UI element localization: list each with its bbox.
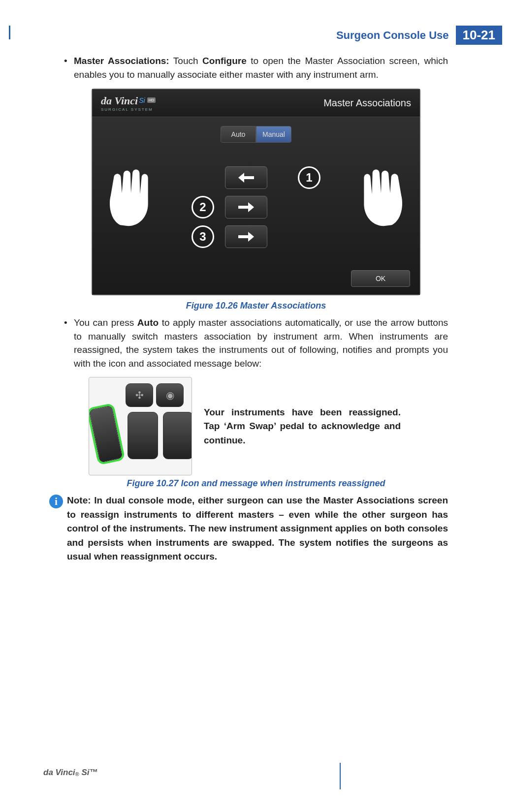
bullet-auto: • You can press Auto to apply master ass… [64, 316, 448, 370]
brand-subtitle: SURGICAL SYSTEM [101, 107, 156, 112]
pedal-camera-icon: ◉ [156, 383, 184, 407]
left-margin-rule [9, 26, 10, 39]
text-mid: Touch [169, 56, 202, 66]
section-title: Surgeon Console Use [336, 29, 449, 42]
arm-number-2: 2 [192, 196, 214, 219]
mode-tabs: Auto Manual [221, 126, 291, 143]
assoc-row-1: 1 [192, 166, 320, 189]
pedal-bottom-right [163, 412, 192, 459]
page-header: Surgeon Console Use 10-21 [336, 26, 502, 45]
arm-number-3: 3 [192, 225, 214, 248]
arrow-right-button[interactable] [225, 196, 267, 219]
tab-auto[interactable]: Auto [221, 126, 256, 143]
figure-reassigned-row: ✣ ◉ Your instruments have been reassigne… [89, 377, 448, 475]
bold-auto: Auto [137, 317, 159, 328]
text-pre: You can press [74, 317, 137, 328]
info-icon: i [49, 495, 63, 508]
right-hand-icon [354, 166, 408, 230]
arrow-left-button[interactable] [225, 166, 267, 189]
note-text: Note: In dual console mode, either surge… [67, 494, 448, 564]
brand-hd-badge: HD [147, 97, 156, 103]
screenshot-topbar: da VinciSiHD SURGICAL SYSTEM Master Asso… [92, 89, 420, 117]
reassigned-message: Your instruments have been reassigned. T… [204, 406, 401, 448]
screenshot-body: Auto Manual 1 2 [92, 117, 420, 295]
brand-logo-text: da Vinci [101, 94, 138, 107]
note-block: i Note: In dual console mode, either sur… [49, 494, 448, 564]
brand-model-si: Si [139, 96, 145, 104]
bullet-text: Master Associations: Touch Configure to … [74, 54, 448, 81]
footer-rule [340, 763, 341, 789]
arm-number-1: 1 [298, 166, 320, 189]
arrow-right-button-2[interactable] [225, 225, 267, 248]
pedal-icon-image: ✣ ◉ [89, 377, 192, 475]
bullet-text: You can press Auto to apply master assoc… [74, 316, 448, 370]
bullet-dot: • [64, 316, 74, 370]
footer-model: Si™ [79, 768, 98, 777]
figure-caption-1: Figure 10.26 Master Associations [64, 301, 448, 311]
bullet-master-associations: • Master Associations: Touch Configure t… [64, 54, 448, 81]
footer-brand-name: da Vinci [43, 768, 75, 777]
footer-registered: ® [75, 771, 79, 777]
figure-master-associations-screenshot: da VinciSiHD SURGICAL SYSTEM Master Asso… [91, 88, 421, 296]
page-content: • Master Associations: Touch Configure t… [64, 54, 448, 564]
tab-manual[interactable]: Manual [256, 126, 291, 143]
assoc-row-3: 3 [192, 225, 320, 248]
brand-block: da VinciSiHD SURGICAL SYSTEM [101, 94, 156, 112]
panel-title: Master Associations [323, 97, 411, 109]
figure-caption-2: Figure 10.27 Icon and message when instr… [64, 478, 448, 489]
pedal-bottom-left [128, 412, 158, 459]
pedal-arm-swap-highlight [89, 405, 123, 463]
page-number-badge: 10-21 [456, 26, 503, 45]
pedal-plus-icon: ✣ [126, 383, 153, 407]
footer-brand: da Vinci® Si™ [43, 768, 97, 778]
bold-lead: Master Associations: [74, 56, 169, 66]
bold-configure: Configure [202, 56, 247, 66]
ok-button[interactable]: OK [351, 270, 410, 287]
bullet-dot: • [64, 54, 74, 81]
left-hand-icon [104, 166, 158, 230]
assoc-row-2: 2 [192, 196, 320, 219]
